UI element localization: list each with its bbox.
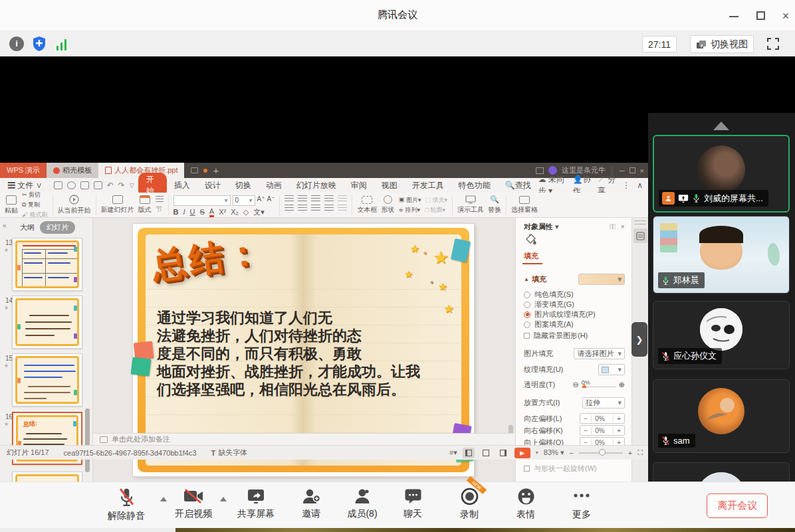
security-shield-icon[interactable]	[32, 36, 47, 52]
network-signal-icon[interactable]	[56, 36, 69, 50]
italic-button[interactable]: I	[183, 208, 185, 216]
menu-insert[interactable]: 插入	[167, 180, 197, 191]
wps-close-icon[interactable]: ×	[640, 167, 644, 175]
text-effect-icon[interactable]: 文▾	[253, 207, 265, 217]
print-icon[interactable]	[80, 181, 89, 189]
collapse-panel-icon[interactable]: «	[3, 222, 7, 229]
bullet-list-icon[interactable]	[284, 195, 294, 203]
notes-toggle-icon[interactable]: ≡▾	[449, 448, 457, 457]
offset-right-stepper[interactable]: −0%+	[580, 425, 625, 436]
wps-maximize-icon[interactable]	[629, 167, 635, 173]
replace-button[interactable]: 🔍替换	[488, 195, 501, 215]
missing-font-indicator[interactable]: T缺失字体	[211, 448, 248, 458]
font-name-input[interactable]: ▾	[173, 195, 231, 206]
share-screen-button[interactable]: 共享屏幕	[227, 488, 284, 520]
participant-tile-yingxin[interactable]: 应心孙仪文	[653, 301, 790, 369]
menu-animation[interactable]: 动画	[259, 180, 289, 191]
reading-view-button[interactable]	[497, 448, 509, 458]
save-icon[interactable]	[54, 181, 62, 189]
opacity-plus-button[interactable]: ⊕	[619, 381, 625, 389]
picture-button[interactable]: ▣ 图片▾	[398, 196, 421, 205]
paste-button[interactable]: 粘贴	[5, 195, 18, 215]
video-options-caret[interactable]	[220, 497, 227, 501]
superscript-button[interactable]: X²	[219, 208, 226, 216]
minimize-button[interactable]	[724, 9, 744, 23]
leave-meeting-button[interactable]: 离开会议	[707, 493, 768, 518]
radio-pattern-fill[interactable]: 图案填充(A)	[524, 319, 625, 329]
redo-icon[interactable]: ↷	[118, 181, 125, 190]
panel-expand-button[interactable]: ❯	[631, 322, 647, 357]
template-tab[interactable]: 稻壳模板	[47, 163, 98, 178]
output-icon[interactable]	[67, 181, 76, 189]
menu-file[interactable]: ☰ 文件 ∨	[0, 180, 50, 191]
start-video-button[interactable]: 开启视频	[165, 488, 222, 520]
notes-bar[interactable]: 单击此处添加备注	[93, 433, 515, 445]
more-quick-icon[interactable]: ▽	[130, 182, 134, 189]
checkbox-hide-bg[interactable]: 隐藏背景图形(H)	[524, 331, 625, 341]
menu-devtools[interactable]: 开发工具	[405, 180, 451, 191]
pick-picture-button[interactable]: 请选择图片▾	[574, 348, 625, 359]
members-button[interactable]: 成员(8)	[334, 488, 391, 520]
zoom-slider[interactable]	[579, 452, 623, 454]
props-tab-fill[interactable]: 填充	[524, 251, 625, 261]
number-list-icon[interactable]	[298, 195, 307, 203]
layout-button[interactable]: 版式	[138, 195, 152, 215]
grid-view-button[interactable]	[480, 448, 492, 458]
slideshow-play-button[interactable]: ▶	[514, 448, 530, 458]
outline-button[interactable]: □ 轮廓▾	[425, 206, 447, 215]
ribbon-more-icon[interactable]: ⋮	[622, 181, 630, 190]
invite-button[interactable]: 邀请	[283, 488, 340, 520]
copy-button[interactable]: ⧉ 复制	[22, 201, 48, 209]
preview-icon[interactable]	[94, 181, 102, 189]
object-properties-strip-icon[interactable]	[633, 228, 647, 243]
placement-select[interactable]: 拉伸▾	[582, 397, 625, 408]
distribute-icon[interactable]	[338, 205, 347, 212]
align-center-icon[interactable]	[298, 205, 307, 212]
participant-tile-sam[interactable]: sam	[653, 379, 790, 453]
present-tools-button[interactable]: 演示工具	[457, 195, 484, 215]
font-size-input[interactable]: 0▾	[233, 195, 255, 206]
close-panel-icon[interactable]: ×	[621, 222, 625, 231]
slide-thumb-14[interactable]	[12, 296, 82, 349]
section-button[interactable]: 节	[156, 196, 164, 214]
fill-button[interactable]: ⬚ 填充▾	[425, 196, 447, 205]
fullscreen-button[interactable]	[766, 37, 780, 51]
maximize-button[interactable]	[750, 9, 770, 23]
meeting-info-icon[interactable]: i	[9, 37, 24, 51]
zoom-in-icon[interactable]: +	[628, 449, 632, 457]
new-slide-button[interactable]: 新建幻灯片	[101, 195, 134, 215]
shapes-button[interactable]: 形状	[381, 195, 394, 215]
font-color-button[interactable]: A	[209, 207, 214, 217]
undo-icon[interactable]: ↶	[107, 181, 114, 190]
switch-view-button[interactable]: 切换视图	[690, 35, 754, 53]
radio-solid-fill[interactable]: 纯色填充(S)	[524, 290, 625, 300]
textbox-button[interactable]: 文本框	[357, 196, 377, 215]
thumb-scrollbar[interactable]	[85, 408, 90, 472]
wps-minimize-icon[interactable]: ─	[620, 167, 625, 175]
menu-special[interactable]: 特色功能	[451, 180, 498, 191]
grow-font-icon[interactable]: A⁺	[257, 195, 265, 206]
menu-review[interactable]: 审阅	[344, 180, 374, 191]
menu-view[interactable]: 视图	[374, 180, 405, 191]
indent-more-icon[interactable]	[324, 195, 334, 203]
slide-thumb-15[interactable]	[12, 353, 82, 406]
menu-transition[interactable]: 切换	[228, 180, 259, 191]
opacity-minus-button[interactable]: ⊖	[573, 381, 579, 389]
radio-gradient-fill[interactable]: 渐变填充(G)	[524, 300, 625, 310]
cut-button[interactable]: ✂ 剪切	[22, 191, 48, 199]
participant-tile-zhenglinchen[interactable]: 郑林晨	[653, 216, 790, 294]
selection-pane-button[interactable]: 选择窗格	[511, 196, 538, 215]
close-button[interactable]: ×	[776, 9, 795, 23]
justify-icon[interactable]	[324, 205, 334, 212]
underline-button[interactable]: U	[190, 208, 195, 216]
opacity-slider-handle[interactable]	[582, 384, 587, 388]
align-left-icon[interactable]	[284, 205, 294, 212]
texture-picker-button[interactable]: ▾	[598, 364, 625, 375]
fill-section-label[interactable]: 填充	[532, 274, 546, 284]
emoji-button[interactable]: 表情	[497, 488, 554, 521]
line-spacing-icon[interactable]	[338, 195, 347, 203]
menu-slideshow[interactable]: 幻灯片放映	[289, 180, 344, 191]
subscript-button[interactable]: X₂	[231, 208, 239, 216]
normal-view-button[interactable]	[463, 448, 475, 458]
fill-preview-swatch[interactable]: ▾	[578, 274, 625, 285]
